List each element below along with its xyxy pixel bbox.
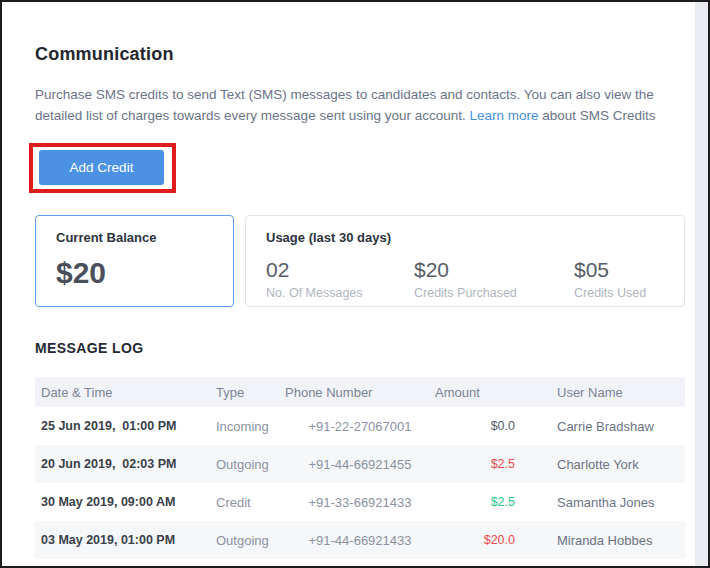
stat-messages-label: No. Of Messages	[266, 286, 414, 300]
cell-phone: +91-33-66921433	[285, 483, 435, 521]
usage-card: Usage (last 30 days) 02 No. Of Messages …	[245, 215, 685, 307]
cell-date: 20 Jun 2019, 02:03 PM	[35, 445, 210, 483]
column-header-date: Date & Time	[35, 377, 210, 407]
cell-user: Miranda Hobbes	[545, 521, 685, 559]
cell-type: Incoming	[210, 407, 285, 445]
stat-credits-purchased: $20 Credits Purchased	[414, 258, 574, 300]
cell-phone: +91-44-66921433	[285, 521, 435, 559]
balance-value: $20	[56, 256, 106, 290]
cell-date: 30 May 2019, 09:00 AM	[35, 483, 210, 521]
stat-credits-used-value: $05	[574, 258, 674, 282]
page-title: Communication	[35, 44, 174, 65]
cell-amount: $2.5	[435, 445, 545, 483]
current-balance-card: Current Balance $20	[35, 215, 234, 307]
column-header-user: User Name	[545, 377, 685, 407]
table-row: 20 Jun 2019, 02:03 PM Outgoing +91-44-66…	[35, 445, 685, 483]
balance-card-title: Current Balance	[56, 230, 156, 245]
learn-more-link[interactable]: Learn more	[469, 108, 538, 123]
cell-user: Samantha Jones	[545, 483, 685, 521]
cell-user: Charlotte York	[545, 445, 685, 483]
message-log-table: Date & Time Type Phone Number Amount Use…	[35, 377, 685, 559]
stat-messages-value: 02	[266, 258, 414, 282]
table-row: 25 Jun 2019, 01:00 PM Incoming +91-22-27…	[35, 407, 685, 445]
vertical-scrollbar[interactable]	[695, 2, 708, 566]
page-description: Purchase SMS credits to send Text (SMS) …	[35, 84, 671, 126]
table-row: 03 May 2019, 01:00 PM Outgoing +91-44-66…	[35, 521, 685, 559]
usage-stats: 02 No. Of Messages $20 Credits Purchased…	[266, 258, 674, 300]
description-text-after: about SMS Credits	[539, 108, 656, 123]
cell-amount: $2.5	[435, 483, 545, 521]
table-header-row: Date & Time Type Phone Number Amount Use…	[35, 377, 685, 407]
column-header-amount: Amount	[435, 377, 545, 407]
cell-phone: +91-44-66921455	[285, 445, 435, 483]
cell-phone: +91-22-27067001	[285, 407, 435, 445]
column-header-type: Type	[210, 377, 285, 407]
stat-credits-used: $05 Credits Used	[574, 258, 674, 300]
cell-type: Credit	[210, 483, 285, 521]
cell-type: Outgoing	[210, 445, 285, 483]
cell-user: Carrie Bradshaw	[545, 407, 685, 445]
cell-date: 03 May 2019, 01:00 PM	[35, 521, 210, 559]
stat-messages: 02 No. Of Messages	[266, 258, 414, 300]
table-row: 30 May 2019, 09:00 AM Credit +91-33-6692…	[35, 483, 685, 521]
usage-card-title: Usage (last 30 days)	[266, 230, 391, 245]
cell-amount: $20.0	[435, 521, 545, 559]
stat-credits-purchased-value: $20	[414, 258, 574, 282]
communication-settings-page: Communication Purchase SMS credits to se…	[0, 0, 710, 568]
column-header-phone: Phone Number	[285, 377, 435, 407]
cell-date: 25 Jun 2019, 01:00 PM	[35, 407, 210, 445]
cell-type: Outgoing	[210, 521, 285, 559]
add-credit-button[interactable]: Add Credit	[39, 150, 164, 185]
stat-credits-purchased-label: Credits Purchased	[414, 286, 574, 300]
cell-amount: $0.0	[435, 407, 545, 445]
message-log-heading: MESSAGE LOG	[35, 340, 144, 356]
stat-credits-used-label: Credits Used	[574, 286, 674, 300]
